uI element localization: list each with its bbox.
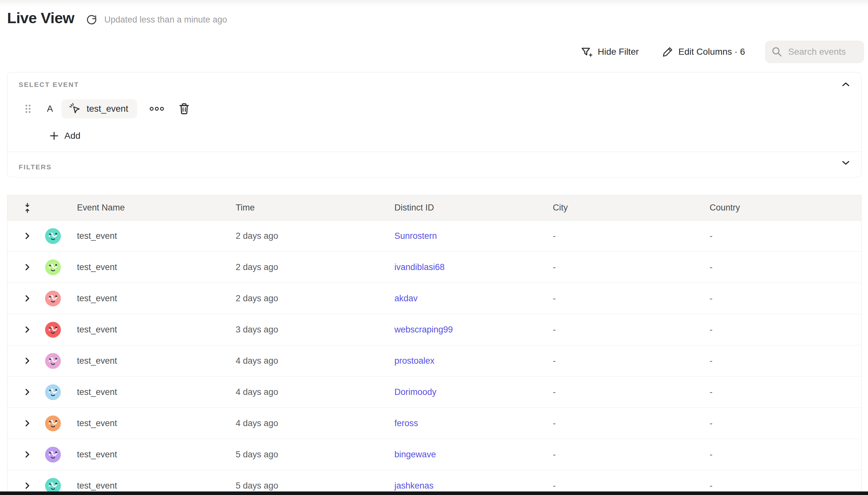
event-row-letter: A: [46, 104, 54, 114]
user-avatar[interactable]: [45, 353, 61, 369]
column-header-time[interactable]: Time: [228, 203, 387, 213]
distinct-id-link[interactable]: webscraping99: [394, 325, 453, 335]
selected-event-chip[interactable]: test_event: [62, 99, 137, 118]
table-row: test_event 2 days ago ivandiblasi68 - -: [7, 252, 861, 283]
column-header-distinct-id[interactable]: Distinct ID: [387, 203, 546, 213]
expand-row-button[interactable]: [25, 482, 30, 489]
drag-handle-icon[interactable]: [25, 104, 31, 114]
cell-event-name: test_event: [70, 325, 228, 335]
cell-city: -: [546, 481, 702, 491]
cell-country: -: [702, 387, 861, 397]
filters-label: FILTERS: [19, 163, 52, 171]
filter-plus-icon: [580, 46, 593, 58]
cursor-click-icon: [69, 102, 82, 115]
cell-event-name: test_event: [70, 356, 228, 366]
chevron-right-icon: [25, 295, 30, 302]
expand-row-button[interactable]: [25, 233, 30, 239]
chevron-right-icon: [25, 451, 30, 458]
distinct-id-link[interactable]: feross: [394, 419, 418, 428]
column-header-city[interactable]: City: [546, 203, 702, 213]
cell-event-name: test_event: [70, 387, 228, 397]
hide-filter-label: Hide Filter: [598, 47, 639, 57]
cell-time: 5 days ago: [228, 481, 387, 491]
user-avatar[interactable]: [45, 322, 61, 338]
search-events-box[interactable]: [765, 40, 864, 63]
table-row: test_event 2 days ago akdav - -: [7, 283, 861, 314]
cell-time: 4 days ago: [228, 356, 387, 366]
column-header-country[interactable]: Country: [702, 203, 861, 213]
refresh-icon: [86, 14, 98, 26]
distinct-id-link[interactable]: jashkenas: [394, 481, 434, 491]
cell-country: -: [702, 231, 861, 241]
cell-event-name: test_event: [70, 262, 228, 272]
expand-row-button[interactable]: [25, 451, 30, 458]
table-header-row: Event Name Time Distinct ID City Country: [7, 195, 861, 220]
cell-city: -: [546, 356, 702, 366]
more-icon: [149, 106, 164, 112]
window-bottom-edge: [0, 492, 868, 495]
user-avatar[interactable]: [45, 384, 61, 400]
chevron-right-icon: [25, 357, 30, 364]
expand-row-button[interactable]: [25, 389, 30, 395]
event-query-row: A test_event: [7, 99, 861, 118]
cell-city: -: [546, 387, 702, 397]
cell-event-name: test_event: [70, 450, 228, 460]
chevron-right-icon: [25, 233, 30, 239]
cell-time: 2 days ago: [228, 231, 387, 241]
column-header-event-name[interactable]: Event Name: [70, 203, 228, 213]
search-input[interactable]: [788, 47, 856, 57]
collapse-rows-button[interactable]: [7, 203, 36, 213]
expand-filters-button[interactable]: [842, 160, 850, 165]
distinct-id-link[interactable]: Dorimoody: [394, 387, 437, 397]
page-title: Live View: [7, 9, 74, 27]
cell-country: -: [702, 481, 861, 491]
distinct-id-link[interactable]: prostoalex: [394, 356, 435, 365]
distinct-id-link[interactable]: Sunrostern: [394, 231, 437, 241]
cell-country: -: [702, 293, 861, 304]
expand-row-button[interactable]: [25, 295, 30, 302]
cell-time: 5 days ago: [228, 450, 387, 460]
expand-row-button[interactable]: [25, 357, 30, 364]
chevron-down-icon: [842, 160, 850, 165]
user-avatar[interactable]: [45, 447, 61, 462]
cell-event-name: test_event: [70, 419, 228, 428]
refresh-button[interactable]: [86, 14, 98, 26]
cell-time: 2 days ago: [228, 262, 387, 272]
cell-city: -: [546, 293, 702, 304]
event-more-options-button[interactable]: [149, 106, 164, 112]
chevron-up-icon: [842, 82, 850, 87]
expand-row-button[interactable]: [25, 326, 30, 333]
distinct-id-link[interactable]: akdav: [394, 293, 418, 303]
collapse-rows-icon: [24, 203, 31, 213]
window-top-edge: [0, 0, 868, 6]
cell-city: -: [546, 450, 702, 460]
cell-time: 4 days ago: [228, 419, 387, 428]
add-event-button[interactable]: Add: [50, 129, 81, 142]
expand-row-button[interactable]: [25, 420, 30, 427]
user-avatar[interactable]: [45, 415, 61, 431]
cell-country: -: [702, 450, 861, 460]
table-row: test_event 5 days ago bingewave - -: [7, 439, 861, 470]
toolbar: Hide Filter Edit Columns · 6: [580, 40, 864, 64]
cell-country: -: [702, 262, 861, 272]
select-event-label: SELECT EVENT: [19, 81, 79, 88]
edit-columns-button[interactable]: Edit Columns · 6: [662, 46, 745, 57]
cell-city: -: [546, 231, 702, 241]
cell-event-name: test_event: [70, 481, 228, 491]
collapse-section-button[interactable]: [842, 82, 850, 87]
cell-city: -: [546, 325, 702, 335]
distinct-id-link[interactable]: bingewave: [394, 450, 436, 459]
distinct-id-link[interactable]: ivandiblasi68: [394, 262, 445, 272]
expand-row-button[interactable]: [25, 263, 30, 271]
user-avatar[interactable]: [45, 291, 61, 306]
user-avatar[interactable]: [45, 259, 61, 275]
trash-icon: [178, 102, 190, 115]
user-avatar[interactable]: [45, 228, 61, 244]
table-row: test_event 2 days ago Sunrostern - -: [7, 220, 861, 252]
cell-event-name: test_event: [70, 293, 228, 304]
cell-country: -: [702, 325, 861, 335]
cell-country: -: [702, 419, 861, 428]
add-label: Add: [64, 131, 81, 141]
hide-filter-button[interactable]: Hide Filter: [580, 46, 639, 58]
delete-event-button[interactable]: [178, 102, 190, 115]
